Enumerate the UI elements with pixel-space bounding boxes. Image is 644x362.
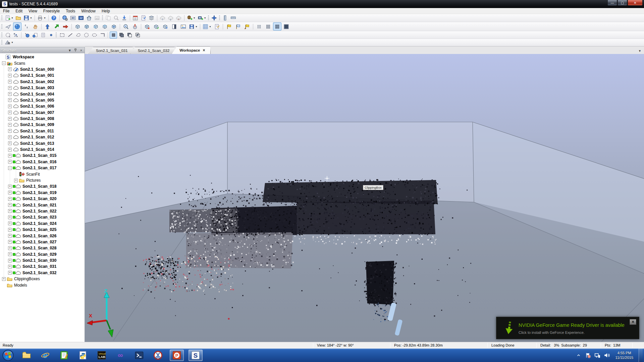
collapse-icon[interactable]: − [8,166,12,170]
select-corner-button[interactable] [99,32,106,39]
tree-item-son2.1_scan_029[interactable]: +Son2.1_Scan_029 [0,251,85,257]
expand-icon[interactable]: + [8,154,12,158]
expand-icon[interactable]: + [8,160,12,164]
tree-item-son2.1_scan_019[interactable]: +Son2.1_Scan_019 [0,190,85,196]
tree-item-son2.1_scan_028[interactable]: +Son2.1_Scan_028 [0,245,85,251]
expand-icon[interactable]: + [8,135,12,139]
walk-button[interactable] [22,22,31,31]
start-button[interactable] [1,349,15,362]
open-button[interactable] [15,14,22,21]
cube-back-button[interactable] [83,22,91,31]
tab-son2.1_scan_031[interactable]: Son2.1_Scan_031 [88,47,133,54]
expand-icon[interactable]: + [8,191,12,194]
tree-item-son2.1_scan_009[interactable]: +Son2.1_Scan_009 [0,122,85,128]
cloud-upload-button[interactable] [159,14,166,21]
volume-icon[interactable] [603,352,610,359]
tree-item-son2.1_scan_026[interactable]: +Son2.1_Scan_026 [0,233,85,239]
dropdown-arrow-icon[interactable]: ▼ [204,17,206,19]
menu-window[interactable]: Window [78,8,99,14]
menu-edit[interactable]: Edit [12,8,25,14]
tree-item-son2.1_scan_015[interactable]: +Son2.1_Scan_015 [0,153,85,159]
clip-new-button[interactable] [143,22,151,31]
expand-icon[interactable]: + [8,129,12,133]
cube-iso-button[interactable] [110,22,118,31]
marker-dot-button[interactable] [47,32,55,39]
add-object-button[interactable]: ▼ [186,14,196,21]
expand-icon[interactable]: + [8,141,12,145]
tab-close-icon[interactable]: × [203,48,205,53]
tree-item-son2.1_scan_004[interactable]: +Son2.1_Scan_004 [0,91,85,97]
cube-top-button[interactable] [101,22,109,31]
menu-help[interactable]: Help [99,8,113,14]
expand-icon[interactable]: + [8,123,12,127]
mode-intersect-button[interactable] [134,32,141,39]
zoom-point-button[interactable] [122,22,130,31]
expand-icon[interactable]: + [8,92,12,96]
expand-icon[interactable]: + [8,203,12,207]
tree-item-scans[interactable]: −Scans [0,60,85,66]
mode-inside-button[interactable] [110,32,117,39]
webshare-button[interactable] [61,14,69,21]
tree-item-son2.1_scan_014[interactable]: +Son2.1_Scan_014 [0,146,85,153]
manage-scans-button[interactable] [132,14,139,21]
home-view-button[interactable] [86,14,93,21]
new-scan-button[interactable]: ▼ [4,14,14,21]
view-up-button[interactable] [43,22,52,31]
cube-front-button[interactable] [73,22,82,31]
examine-button[interactable] [13,22,21,31]
menu-view[interactable]: View [25,8,40,14]
expand-icon[interactable]: + [8,246,12,250]
expand-icon[interactable]: + [8,240,12,244]
save-image-button[interactable]: ▼ [188,22,198,31]
expand-icon[interactable]: + [8,209,12,213]
maximize-button[interactable]: ▢ [618,0,627,6]
dropdown-arrow-icon[interactable]: ▼ [44,17,46,19]
expand-icon[interactable]: + [8,117,12,121]
expand-icon[interactable]: + [8,234,12,238]
image-view-button[interactable] [179,22,187,31]
measure-vertical-button[interactable] [222,14,229,21]
points-medium-button[interactable] [264,22,272,31]
tree-item-son2.1_scan_005[interactable]: +Son2.1_Scan_005 [0,97,85,103]
expand-icon[interactable]: + [8,86,12,90]
tree-item-son2.1_scan_001[interactable]: +Son2.1_Scan_001 [0,72,85,78]
view-home-button[interactable] [52,22,61,31]
expand-icon[interactable]: + [8,105,12,108]
taskbar-powershell-icon[interactable] [132,350,146,361]
marker-outline-button[interactable] [39,32,47,39]
show-desktop-button[interactable] [639,349,643,362]
view-quick-button[interactable]: 12 [77,14,85,21]
cube-left-button[interactable] [92,22,100,31]
tree-item-son2.1_scan_002[interactable]: +Son2.1_Scan_002 [0,79,85,85]
mode-union-button[interactable] [118,32,125,39]
expand-icon[interactable]: + [8,67,12,71]
tree-item-son2.1_scan_023[interactable]: +Son2.1_Scan_023 [0,214,85,220]
tree-item-models[interactable]: Models [0,282,85,288]
taskbar-scene-icon[interactable]: S [189,350,203,361]
tab-list-dropdown-icon[interactable]: ▼ [638,49,641,53]
expand-icon[interactable]: + [8,74,12,77]
print-button[interactable]: ▼ [37,14,47,21]
select-polygon-button[interactable] [74,32,82,39]
tree-item-son2.1_scan_008[interactable]: +Son2.1_Scan_008 [0,116,85,122]
layers-button[interactable] [148,14,155,21]
tree-item-son2.1_scan_000[interactable]: +Son2.1_Scan_000 [0,66,85,72]
mode-subtract-button[interactable] [126,32,133,39]
points-sparse-button[interactable] [255,22,263,31]
taskbar-notepad-icon[interactable] [57,350,71,361]
tree-item-son2.1_scan_031[interactable]: +Son2.1_Scan_031 [0,263,85,269]
tree-item-scanfit[interactable]: ScanFit [0,171,85,177]
tree-item-son2.1_scan_016[interactable]: +Son2.1_Scan_016 [0,159,85,165]
points-solid-button[interactable] [282,22,290,31]
expand-icon[interactable]: + [8,216,12,219]
flag-blue-button[interactable] [234,22,242,31]
expand-icon[interactable]: + [8,111,12,114]
panel-close-icon[interactable]: × [79,49,83,52]
expand-icon[interactable]: + [8,228,12,232]
pan-button[interactable] [31,22,40,31]
view-3d-button[interactable]: 3D [69,14,77,21]
clip-pin-button[interactable] [161,22,169,31]
panel-pin-icon[interactable] [73,48,77,53]
flag-yellow-button[interactable] [225,22,233,31]
expand-icon[interactable]: + [2,277,6,281]
